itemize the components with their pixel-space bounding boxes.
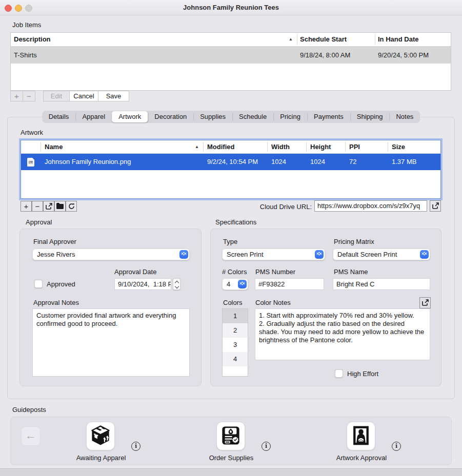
artwork-section-label: Artwork [21, 129, 43, 136]
date-stepper[interactable] [173, 278, 180, 290]
type-label: Type [223, 238, 237, 245]
info-icon[interactable]: i [392, 442, 401, 451]
color-notes-label: Color Notes [255, 299, 291, 306]
high-effort-checkbox[interactable] [335, 369, 343, 378]
column-header-schedule-start[interactable]: Schedule Start [297, 33, 375, 46]
colors-list[interactable]: 1 2 3 4 [222, 308, 248, 377]
column-header-ppi[interactable]: PPI [345, 140, 388, 153]
color-list-item[interactable]: 1 [223, 309, 248, 323]
pms-name-label: PMS Name [334, 268, 368, 276]
stepper-down-icon [175, 284, 179, 288]
app-window: Johnson Family Reunion Tees Job Items De… [0, 0, 462, 476]
tab-details[interactable]: Details [42, 111, 76, 123]
guidepost-back-button[interactable]: ← [21, 426, 41, 446]
add-job-item-button[interactable]: + [10, 91, 23, 101]
pms-number-field[interactable]: #F93822 [255, 278, 324, 290]
column-header-width[interactable]: Width [267, 140, 306, 153]
column-header-size[interactable]: Size [388, 140, 440, 153]
artwork-size: 1.37 MB [388, 154, 440, 170]
pms-number-label: PMS Number [255, 268, 295, 276]
approval-date-label: Approval Date [114, 268, 156, 276]
popup-stepper-icon [238, 280, 247, 288]
artwork-name: Johnson Family Reunion.png [41, 154, 203, 170]
window-title: Johnson Family Reunion Tees [0, 4, 462, 11]
sort-asc-icon: ▲ [195, 140, 199, 153]
color-list-item[interactable]: 2 [223, 323, 248, 338]
cloud-drive-url-field[interactable]: https://www.dropbox.com/s/z9x7yq [314, 200, 427, 212]
pricing-matrix-select[interactable]: Default Screen Print [333, 249, 430, 260]
guidepost-awaiting-apparel-button[interactable] [86, 422, 115, 450]
tab-bar: Details Apparel Artwork Decoration Suppl… [42, 111, 420, 123]
save-button[interactable]: Save [98, 91, 129, 101]
specifications-panel: Type Screen Print Pricing Matrix Default… [210, 229, 441, 386]
tab-pricing[interactable]: Pricing [273, 111, 307, 123]
guidepost-artwork-approval-button[interactable] [347, 422, 375, 450]
add-artwork-button[interactable]: + [21, 201, 32, 212]
folder-icon[interactable] [54, 201, 66, 212]
tab-supplies[interactable]: Supplies [193, 111, 232, 123]
shipping-box-icon [90, 425, 111, 448]
column-header-name[interactable]: Name ▲ [41, 140, 203, 153]
specifications-section-label: Specifications [215, 218, 256, 226]
remove-job-item-button[interactable]: − [23, 91, 35, 101]
color-list-item[interactable]: 4 [223, 352, 248, 366]
popup-stepper-icon [420, 250, 429, 259]
export-artwork-icon[interactable] [43, 201, 54, 212]
column-header-modified[interactable]: Modified [203, 140, 267, 153]
tab-artwork[interactable]: Artwork [112, 111, 148, 122]
tab-decoration[interactable]: Decoration [148, 111, 193, 123]
info-icon[interactable]: i [262, 442, 271, 451]
image-file-icon [27, 158, 34, 168]
pms-name-field[interactable]: Bright Red C [333, 278, 430, 290]
job-items-table-header: Description ▲ Schedule Start In Hand Dat… [11, 33, 451, 47]
open-cloud-url-icon[interactable] [430, 200, 441, 212]
job-item-in-hand-date: 9/20/24, 5:00 PM [375, 47, 452, 64]
artwork-height: 1024 [306, 154, 345, 170]
color-list-item[interactable]: 3 [223, 338, 248, 352]
info-icon[interactable]: i [131, 442, 140, 451]
popup-stepper-icon [315, 250, 324, 259]
open-color-notes-icon[interactable] [419, 297, 431, 308]
approval-panel: Final Approver Jesse Rivers Approval Dat… [19, 229, 202, 386]
guideposts-panel: ← i Awaiting Apparel [10, 417, 452, 465]
type-select[interactable]: Screen Print [222, 249, 325, 260]
column-header-in-hand-date[interactable]: In Hand Date [375, 33, 452, 46]
approval-notes-textarea[interactable]: Customer provided final artwork and ever… [32, 308, 190, 377]
column-header-description[interactable]: Description ▲ [11, 33, 297, 46]
title-bar: Johnson Family Reunion Tees [0, 0, 462, 15]
approval-section-label: Approval [26, 218, 52, 226]
tab-schedule[interactable]: Schedule [232, 111, 273, 123]
window-bottom-edge [0, 468, 462, 476]
tab-notes[interactable]: Notes [389, 111, 420, 123]
colors-label: Colors [223, 299, 243, 306]
tab-payments[interactable]: Payments [307, 111, 350, 123]
remove-artwork-button[interactable]: − [32, 201, 43, 212]
supplies-order-icon [220, 425, 242, 448]
column-header-height[interactable]: Height [306, 140, 345, 153]
num-colors-select[interactable]: 4 [222, 278, 248, 290]
approved-checkbox[interactable] [34, 280, 43, 288]
final-approver-select[interactable]: Jesse Rivers [32, 249, 190, 260]
cancel-button[interactable]: Cancel [69, 91, 98, 101]
popup-stepper-icon [179, 250, 188, 259]
job-item-schedule-start: 9/18/24, 8:00 AM [297, 47, 375, 64]
artwork-row-selected[interactable]: Johnson Family Reunion.png 9/2/24, 10:54… [21, 154, 440, 170]
approval-date-field[interactable]: 9/10/2024, 1:18 PM [114, 278, 171, 290]
guidepost-order-supplies-button[interactable] [216, 422, 245, 450]
pricing-matrix-label: Pricing Matrix [334, 238, 374, 245]
artwork-table-header: Name ▲ Modified Width Height PPI Size [21, 140, 440, 154]
cloud-drive-url-label: Cloud Drive URL: [220, 203, 312, 211]
guidepost-label-order-supplies: Order Supplies [180, 454, 283, 462]
artwork-ppi: 72 [345, 154, 388, 170]
refresh-icon[interactable] [66, 201, 77, 212]
color-notes-textarea[interactable]: 1. Start with approximately 70% red and … [255, 308, 430, 360]
back-arrow-icon: ← [25, 429, 36, 442]
num-colors-label: # Colors [222, 268, 247, 276]
job-items-table[interactable]: Description ▲ Schedule Start In Hand Dat… [10, 32, 451, 91]
tab-shipping[interactable]: Shipping [350, 111, 390, 123]
final-approver-label: Final Approver [33, 238, 76, 245]
artwork-width: 1024 [267, 154, 306, 170]
table-row[interactable]: T-Shirts 9/18/24, 8:00 AM 9/20/24, 5:00 … [11, 47, 451, 64]
tab-apparel[interactable]: Apparel [75, 111, 112, 123]
artwork-table[interactable]: Name ▲ Modified Width Height PPI Size [21, 140, 441, 199]
